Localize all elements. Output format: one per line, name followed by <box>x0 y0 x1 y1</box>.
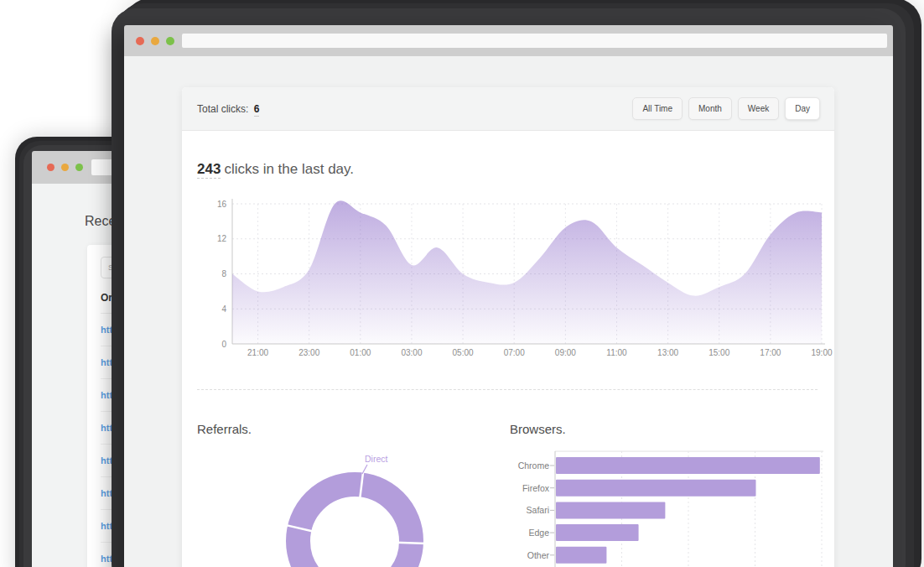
range-button-week[interactable]: Week <box>738 97 779 120</box>
clicks-summary-title: 243clicks in the last day. <box>197 161 354 178</box>
section-divider <box>197 389 818 390</box>
clicks-count-caption: clicks in the last day. <box>224 161 354 177</box>
zoom-icon[interactable] <box>75 164 83 171</box>
referrals-heading: Referrals. <box>197 422 252 436</box>
card-header: Total clicks: 6 All TimeMonthWeekDay <box>182 87 834 131</box>
total-clicks-label: Total clicks: <box>197 103 248 115</box>
clicks-count: 243 <box>197 161 221 179</box>
svg-text:01:00: 01:00 <box>350 348 371 357</box>
address-bar[interactable] <box>182 34 887 48</box>
svg-text:17:00: 17:00 <box>760 348 781 357</box>
front-window-body: Total clicks: 6 All TimeMonthWeekDay 243… <box>124 56 893 567</box>
analytics-card: Total clicks: 6 All TimeMonthWeekDay 243… <box>182 87 834 567</box>
traffic-lights <box>47 164 83 171</box>
clicks-area-chart: 21:0023:0001:0003:0005:0007:0009:0011:00… <box>199 190 839 361</box>
time-range-buttons: All TimeMonthWeekDay <box>632 97 820 120</box>
range-button-month[interactable]: Month <box>688 97 732 120</box>
referrals-donut-chart: Direct <box>262 445 447 567</box>
close-icon[interactable] <box>47 164 55 171</box>
svg-text:23:00: 23:00 <box>298 348 319 357</box>
svg-text:Firefox: Firefox <box>522 483 550 493</box>
svg-text:4: 4 <box>221 304 226 314</box>
range-button-all-time[interactable]: All Time <box>632 97 683 120</box>
minimize-icon[interactable] <box>151 37 159 45</box>
close-icon[interactable] <box>136 37 144 45</box>
svg-text:07:00: 07:00 <box>504 348 525 357</box>
svg-text:21:00: 21:00 <box>247 348 268 357</box>
front-browser-window: Total clicks: 6 All TimeMonthWeekDay 243… <box>112 8 906 567</box>
svg-text:Edge: Edge <box>528 528 549 538</box>
range-button-day[interactable]: Day <box>785 97 820 120</box>
desktop: Recent Origin https://https://https://ht… <box>0 0 924 567</box>
svg-text:Direct: Direct <box>365 454 388 464</box>
svg-text:13:00: 13:00 <box>657 348 678 357</box>
svg-text:Chrome: Chrome <box>518 460 550 471</box>
svg-text:12: 12 <box>217 234 227 243</box>
front-window-chrome: Total clicks: 6 All TimeMonthWeekDay 243… <box>124 25 893 567</box>
traffic-lights <box>136 37 174 45</box>
browsers-bar-chart: ChromeFirefoxSafariEdgeOther <box>510 426 834 567</box>
svg-text:09:00: 09:00 <box>555 348 576 357</box>
svg-text:8: 8 <box>221 269 226 278</box>
total-clicks: Total clicks: 6 <box>197 103 259 115</box>
svg-text:0: 0 <box>221 340 226 349</box>
total-clicks-value: 6 <box>254 103 260 117</box>
svg-text:03:00: 03:00 <box>401 348 422 357</box>
svg-text:Safari: Safari <box>527 505 549 515</box>
front-titlebar <box>124 25 893 56</box>
svg-text:15:00: 15:00 <box>709 348 729 357</box>
svg-text:19:00: 19:00 <box>811 348 832 357</box>
minimize-icon[interactable] <box>61 164 69 171</box>
svg-text:11:00: 11:00 <box>606 348 627 357</box>
zoom-icon[interactable] <box>166 37 174 45</box>
svg-text:05:00: 05:00 <box>453 348 474 357</box>
svg-text:16: 16 <box>217 200 227 209</box>
svg-text:Other: Other <box>527 550 550 560</box>
